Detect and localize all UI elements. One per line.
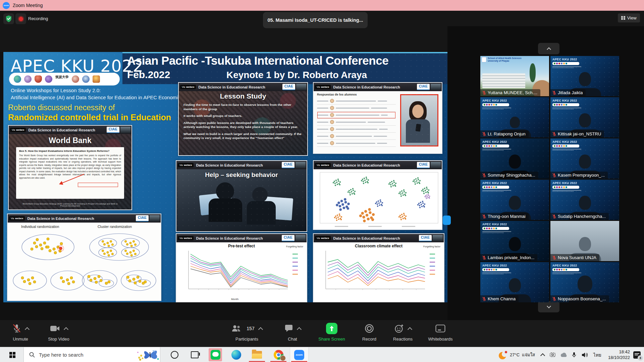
- slide-header-title: Data Science in Educational Research: [27, 217, 136, 221]
- participant-tile[interactable]: APEC KKU 2022Lambas private_Indon...: [480, 221, 549, 261]
- lesson-study-paragraph: Although open public lessons are develop…: [183, 121, 303, 129]
- taskbar-search-input[interactable]: Type here to search: [23, 347, 160, 362]
- tile-background-brand: APEC KKU 2022: [552, 99, 577, 102]
- tile-subtitle-lines: [482, 190, 511, 192]
- line-app-button[interactable]: [206, 347, 225, 362]
- participants-button[interactable]: 157 Participants: [227, 323, 266, 342]
- video-options-chevron[interactable]: [63, 327, 68, 331]
- participant-tile[interactable]: APEC KKU 2022Khem Channa: [480, 262, 549, 302]
- encryption-shield-icon[interactable]: [3, 13, 14, 24]
- slide-header-title: Data Science in Educational Research: [198, 85, 282, 89]
- participant-name-tag: Lt. Ratapong Onjun: [480, 130, 529, 137]
- pretest-line-chart: [177, 249, 306, 296]
- muted-mic-icon: [552, 255, 556, 260]
- zoom-logo-icon: zoom: [3, 2, 10, 9]
- scroll-participants-down-button[interactable]: [538, 301, 559, 312]
- slide-header-strip: ViawebexData Science in Educational Rese…: [314, 83, 442, 91]
- recording-indicator-icon[interactable]: [15, 13, 26, 24]
- participant-tile[interactable]: Nova Susanti UNJA: [550, 221, 619, 261]
- cloud-icon: [560, 353, 567, 357]
- participant-tile[interactable]: APEC KKU 2022Noppasorn Boonsena_...: [550, 262, 619, 302]
- whiteboards-label: Whiteboards: [428, 337, 453, 342]
- slide-header-strip: ViawebexData Science in Educational Rese…: [176, 161, 307, 169]
- task-view-button[interactable]: [185, 347, 204, 362]
- mic-icon: [572, 352, 576, 358]
- unmute-options-chevron[interactable]: [24, 327, 29, 331]
- slide-scatter-plots: ViawebexData Science in Educational Rese…: [313, 160, 442, 230]
- stop-video-button[interactable]: Stop Video: [41, 323, 76, 342]
- input-language-button[interactable]: ไทย: [591, 351, 604, 359]
- participant-tile[interactable]: APEC KKU 2022Lt. Ratapong Onjun: [480, 97, 549, 137]
- start-button[interactable]: [5, 347, 20, 362]
- tile-subtitle-lines: [482, 273, 511, 275]
- webex-badge: Viawebex: [178, 163, 194, 167]
- unmute-button[interactable]: Unmute: [4, 323, 37, 342]
- participant-tile[interactable]: APEC KKU 2022Kittisak jai-on_NSTRU: [550, 97, 619, 137]
- chat-button[interactable]: Chat: [280, 323, 305, 342]
- presenter-webcam-mini: [150, 215, 160, 222]
- participant-name: Jitlada Jaikla: [558, 90, 583, 95]
- gallery-view-button[interactable]: View: [618, 13, 640, 22]
- tile-logos-pill: [552, 186, 579, 189]
- screen-cast-tray-icon[interactable]: [548, 352, 558, 357]
- participant-name: Khem Channa: [488, 296, 516, 301]
- hidden-icons-button[interactable]: [538, 353, 548, 357]
- notifications-button[interactable]: 3: [633, 351, 641, 359]
- reactions-button[interactable]: Reactions: [387, 323, 419, 342]
- clock-widget[interactable]: 18:42 18/10/2022: [608, 349, 630, 360]
- muted-mic-icon: [12, 324, 21, 333]
- share-screen-icon: [326, 323, 337, 334]
- slide-header-strip: ViawebexData Science in Educational Rese…: [9, 126, 131, 134]
- zoom-app-button[interactable]: zoom: [290, 347, 309, 362]
- slide-respuestas: ViawebexData Science in Educational Rese…: [313, 82, 442, 154]
- slide-header-strip: ViawebexData Science in Educational Rese…: [314, 161, 442, 169]
- chat-options-chevron[interactable]: [297, 327, 301, 331]
- reactions-options-chevron[interactable]: [407, 327, 412, 331]
- tile-logos-pill: [552, 103, 579, 106]
- chrome-button[interactable]: [269, 347, 288, 362]
- participant-tile[interactable]: APEC KKU 2022Jitlada Jaikla: [550, 56, 619, 96]
- webex-badge: Viawebex: [315, 236, 331, 240]
- scroll-participants-up-button[interactable]: [538, 43, 559, 54]
- workshop-subtitle-2: Artificial Intelligence (AI) and Data Sc…: [11, 95, 183, 100]
- weather-widget[interactable]: 27°C แจ่มใส: [499, 351, 535, 359]
- whiteboards-button[interactable]: Whiteboards: [422, 323, 459, 342]
- reactions-label: Reactions: [393, 337, 413, 342]
- participant-tile[interactable]: APEC KKU 2022Thong-oon Manmai: [480, 180, 549, 220]
- view-grid-icon: [621, 16, 625, 20]
- record-button[interactable]: Record: [357, 323, 382, 342]
- box-text: The World Bank Group has worked energeti…: [19, 154, 121, 179]
- muted-mic-icon: [552, 173, 556, 178]
- conference-title: Asian Pacific -Tsukuba International Con…: [127, 54, 446, 67]
- participants-options-chevron[interactable]: [258, 327, 263, 331]
- lesson-study-paragraph: Finding the time to meet face-to-face to…: [183, 103, 303, 111]
- volume-tray-icon[interactable]: [579, 352, 591, 358]
- tile-subtitle-lines: [482, 231, 511, 234]
- shared-screen-content: Asian Pacific -Tsukuba International Con…: [3, 52, 447, 302]
- share-screen-button[interactable]: Share Screen: [313, 323, 350, 342]
- slide-help-seeking: ViawebexData Science in Educational Rese…: [176, 160, 307, 232]
- slide-title: World Bank: [9, 136, 131, 145]
- date-label: 18/10/2022: [608, 355, 630, 360]
- slide-caption: World Bank Group Education Strategy 2020…: [19, 203, 121, 207]
- building: [482, 73, 525, 88]
- onedrive-tray-icon[interactable]: [558, 353, 569, 357]
- slide-header-title: Data Science in Educational Research: [333, 163, 417, 167]
- individual-randomization-label: Individual randomization: [21, 225, 59, 229]
- presenter-webcam-mini: [433, 235, 443, 241]
- slide-pretest-effect: ViawebexData Science in Educational Rese…: [176, 233, 307, 302]
- file-explorer-button[interactable]: [248, 347, 266, 362]
- tile-background-brand: APEC KKU 2022: [552, 58, 577, 61]
- microphone-tray-icon[interactable]: [569, 352, 579, 358]
- conference-title-band: Asian Pacific -Tsukuba International Con…: [122, 52, 447, 84]
- cortana-button[interactable]: [165, 347, 184, 362]
- participant-tile[interactable]: APEC KKU 2022Kasem Premprayoon_...: [550, 138, 619, 179]
- edge-button[interactable]: [227, 347, 246, 362]
- view-button-label: View: [627, 15, 637, 20]
- participant-tile[interactable]: APEC KKU 2022Sudatip Hancherngcha...: [550, 180, 619, 220]
- floating-blue-button[interactable]: [443, 216, 451, 225]
- participant-tile[interactable]: APEC KKU 2022Sommay Shingphacha...: [480, 138, 549, 179]
- participants-icon: [231, 324, 241, 333]
- tree: [530, 63, 536, 82]
- participant-tile[interactable]: School of Allied Health SciencesUniversi…: [480, 56, 549, 96]
